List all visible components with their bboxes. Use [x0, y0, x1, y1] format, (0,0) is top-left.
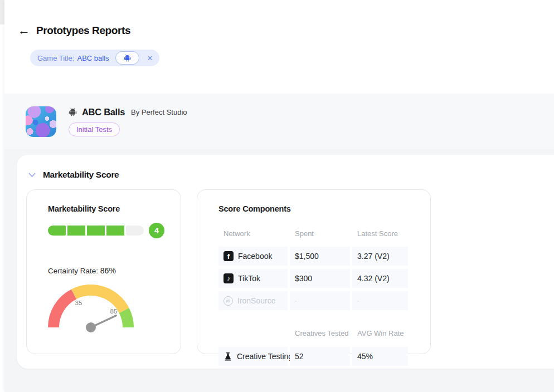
latest-score-value: -	[352, 291, 408, 310]
flask-icon	[223, 352, 232, 361]
facebook-icon: f	[223, 251, 234, 261]
score-segment	[106, 226, 124, 236]
certainty-gauge: 35 85	[46, 280, 169, 338]
column-header-latest-score: Latest Score	[352, 224, 408, 243]
creatives-tested-value: 52	[290, 347, 350, 366]
creative-table-header: Creatives Tested AVG Win Rate	[218, 324, 419, 342]
filter-chip-label: Game Title:	[37, 54, 74, 62]
gauge-tick-high: 85	[110, 308, 118, 315]
tiktok-icon: ♪	[223, 273, 234, 283]
table-row-facebook: f Facebook $1,500 3.27 (V2)	[218, 247, 419, 266]
android-icon	[69, 107, 77, 116]
filter-chip-value: ABC balls	[77, 54, 109, 62]
network-name: Facebook	[238, 252, 272, 261]
table-row-ironsource: is IronSource - -	[218, 291, 419, 310]
page-title: Prototypes Reports	[36, 24, 130, 37]
table-row-tiktok: ♪ TikTok $300 4.32 (V2)	[218, 269, 419, 288]
table-row-creative-testing: Creative Testing 52 45%	[218, 347, 419, 366]
stage-badge: Initial Tests	[69, 122, 120, 136]
section-title: Marketability Score	[43, 170, 119, 180]
spent-value: $300	[290, 269, 350, 288]
creative-testing-label: Creative Testing	[237, 352, 293, 361]
back-arrow-icon[interactable]: ←	[18, 24, 30, 37]
content-area: Marketability Score Marketability Score	[4, 149, 554, 392]
column-header-avg-win-rate: AVG Win Rate	[352, 324, 408, 342]
spent-value: -	[290, 291, 350, 310]
score-segment	[126, 226, 144, 236]
network-table: Network Spent Latest Score f Facebook $1…	[218, 224, 419, 366]
underlying-page-header	[0, 0, 4, 24]
game-app-icon	[26, 106, 56, 137]
marketability-section: Marketability Score Marketability Score	[17, 155, 554, 369]
score-components-title: Score Components	[218, 204, 419, 213]
network-name: TikTok	[238, 274, 260, 283]
certainty-rate-value: 86%	[100, 266, 116, 275]
score-value-badge: 4	[149, 223, 164, 238]
gauge-tick-low: 35	[75, 300, 82, 306]
marketability-score-card: Marketability Score 4 Certainty Rate:	[26, 189, 181, 354]
reports-drawer-panel: ← Prototypes Reports Game Title: ABC bal…	[4, 0, 554, 392]
filter-chip-close-icon[interactable]: ✕	[147, 54, 153, 62]
drawer-header: ← Prototypes Reports Game Title: ABC bal…	[4, 0, 554, 94]
marketability-card-title: Marketability Score	[48, 204, 169, 213]
column-header-network: Network	[218, 224, 288, 243]
certainty-rate: Certainty Rate: 86%	[48, 266, 169, 275]
game-header-band: ABC Balls By Perfect Studio Initial Test…	[4, 94, 554, 149]
column-header-spent: Spent	[290, 224, 350, 243]
score-segment	[87, 226, 105, 236]
android-icon	[124, 54, 131, 62]
column-header-creatives-tested: Creatives Tested	[290, 324, 350, 342]
chevron-down-icon[interactable]	[28, 173, 36, 178]
score-segment	[67, 226, 85, 236]
gauge-hub	[86, 322, 96, 332]
network-name: IronSource	[237, 296, 275, 305]
latest-score-value: 4.32 (V2)	[352, 269, 408, 288]
game-filter-chip[interactable]: Game Title: ABC balls ✕	[30, 50, 159, 66]
game-title: ABC Balls	[82, 107, 125, 117]
score-segment	[48, 226, 66, 236]
score-components-card: Score Components Network Spent Latest Sc…	[197, 189, 431, 354]
android-platform-pill[interactable]	[115, 51, 139, 65]
game-byline: By Perfect Studio	[131, 108, 187, 116]
underlying-page-edge	[0, 0, 4, 392]
avg-win-rate-value: 45%	[352, 347, 408, 366]
latest-score-value: 3.27 (V2)	[352, 247, 408, 266]
certainty-rate-label: Certainty Rate:	[48, 267, 98, 275]
spent-value: $1,500	[290, 247, 350, 266]
score-progress-bar: 4	[48, 223, 169, 238]
ironsource-icon: is	[223, 296, 233, 306]
network-table-header: Network Spent Latest Score	[218, 224, 419, 243]
